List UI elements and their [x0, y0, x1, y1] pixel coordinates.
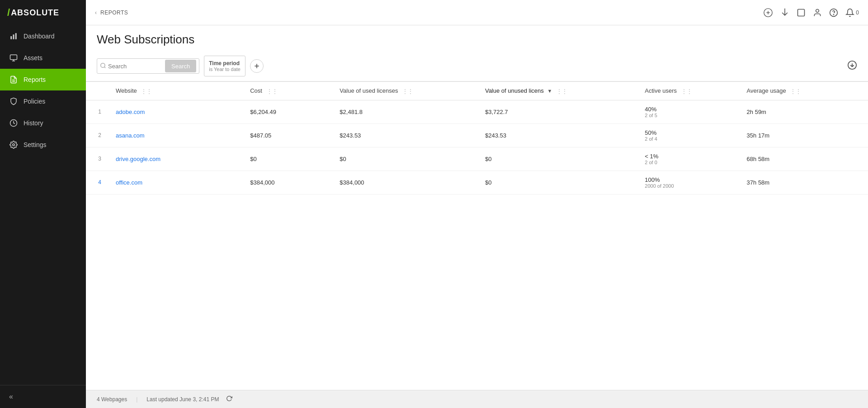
col-header-avg[interactable]: Average usage ⋮⋮: [740, 82, 854, 100]
notification-count: 0: [856, 9, 859, 16]
sidebar-item-reports[interactable]: Reports: [0, 69, 86, 90]
logo-slash-icon: /: [7, 7, 10, 19]
sidebar-item-settings[interactable]: Settings: [0, 134, 86, 156]
table-area: Website ⋮⋮ Cost ⋮⋮ Value of used license…: [86, 81, 868, 390]
import-export-icon[interactable]: [780, 8, 789, 17]
row-unused-2: $0: [478, 147, 637, 171]
breadcrumb-arrow-icon: ‹: [95, 9, 97, 16]
row-cost-2: $0: [243, 147, 332, 171]
col-header-num: [86, 82, 108, 100]
add-icon[interactable]: [763, 8, 773, 18]
help-icon[interactable]: [829, 8, 838, 17]
row-unused-1: $243.53: [478, 123, 637, 147]
row-used-1: $243.53: [332, 123, 478, 147]
svg-rect-2: [15, 33, 17, 39]
search-icon: [100, 62, 106, 70]
table-row: 4 office.com $384,000 $384,000 $0 100% 2…: [86, 171, 868, 194]
time-period-button[interactable]: Time period is Year to date: [204, 56, 245, 76]
row-website-1: asana.com: [108, 123, 243, 147]
collapse-button[interactable]: «: [9, 393, 77, 401]
website-link-1[interactable]: asana.com: [116, 132, 145, 139]
shield-icon: [9, 97, 18, 106]
svg-rect-15: [798, 9, 805, 16]
sidebar-label-assets: Assets: [24, 54, 42, 62]
save-layout-icon[interactable]: [797, 8, 806, 17]
time-period-value: is Year to date: [209, 66, 241, 72]
page-header: Web Subscriptions: [86, 25, 868, 52]
unused-col-menu[interactable]: ⋮⋮: [557, 88, 567, 95]
svg-point-16: [816, 9, 819, 12]
row-cost-0: $6,204.49: [243, 100, 332, 123]
sidebar-item-dashboard[interactable]: Dashboard: [0, 25, 86, 47]
row-cost-3: $384,000: [243, 171, 332, 194]
row-unused-3: $0: [478, 171, 637, 194]
svg-rect-0: [10, 36, 12, 39]
table-row: 1 adobe.com $6,204.49 $2,481.8 $3,722.7 …: [86, 100, 868, 123]
table-header-row: Website ⋮⋮ Cost ⋮⋮ Value of used license…: [86, 82, 868, 100]
row-website-2: drive.google.com: [108, 147, 243, 171]
user-icon[interactable]: [813, 8, 822, 17]
sort-desc-icon: ▼: [547, 88, 552, 94]
avg-col-menu[interactable]: ⋮⋮: [790, 88, 801, 95]
sidebar-item-history[interactable]: History: [0, 112, 86, 134]
topbar: ‹ REPORTS 0: [86, 0, 868, 25]
topbar-actions: 0: [763, 8, 859, 18]
website-link-3[interactable]: office.com: [116, 179, 142, 186]
add-filter-button[interactable]: [250, 59, 264, 73]
sidebar: / ABSOLUTE Dashboard Assets Reports Poli…: [0, 0, 86, 408]
row-number-2: 3: [86, 147, 108, 171]
sidebar-collapse: «: [0, 385, 86, 408]
row-active-3: 100% 2000 of 2000: [637, 171, 739, 194]
gear-icon: [9, 140, 18, 149]
cost-col-menu[interactable]: ⋮⋮: [267, 88, 278, 95]
refresh-icon[interactable]: [226, 395, 232, 403]
row-active-2: < 1% 2 of 0: [637, 147, 739, 171]
sidebar-label-settings: Settings: [24, 141, 47, 148]
active-col-menu[interactable]: ⋮⋮: [681, 88, 692, 95]
bar-chart-icon: [9, 32, 18, 41]
sidebar-label-dashboard: Dashboard: [24, 33, 55, 40]
col-header-active[interactable]: Active users ⋮⋮: [637, 82, 739, 100]
search-input[interactable]: [108, 63, 162, 70]
website-link-0[interactable]: adobe.com: [116, 109, 145, 115]
main-content: ‹ REPORTS 0: [86, 0, 868, 408]
sidebar-label-policies: Policies: [24, 98, 45, 105]
sidebar-item-assets[interactable]: Assets: [0, 47, 86, 69]
notification-badge[interactable]: 0: [845, 8, 859, 17]
col-header-website[interactable]: Website ⋮⋮: [108, 82, 243, 100]
svg-rect-3: [10, 55, 17, 60]
export-button[interactable]: [847, 60, 857, 72]
col-header-unused[interactable]: Value of unused licens ▼ ⋮⋮: [478, 82, 637, 100]
row-number-3[interactable]: 4: [86, 171, 108, 194]
monitor-icon: [9, 53, 18, 62]
file-icon: [9, 75, 18, 84]
col-header-used[interactable]: Value of used licenses ⋮⋮: [332, 82, 478, 100]
used-col-menu[interactable]: ⋮⋮: [402, 88, 413, 95]
time-period-label: Time period: [209, 60, 241, 66]
footer-count: 4 Webpages: [97, 396, 127, 403]
row-active-1: 50% 2 of 4: [637, 123, 739, 147]
page-title: Web Subscriptions: [97, 33, 857, 47]
col-header-cost[interactable]: Cost ⋮⋮: [243, 82, 332, 100]
row-avg-2: 68h 58m: [740, 147, 854, 171]
search-button[interactable]: Search: [165, 60, 196, 72]
table-row: 3 drive.google.com $0 $0 $0 < 1% 2 of 0 …: [86, 147, 868, 171]
row-number-0: 1: [86, 100, 108, 123]
row-avg-0: 2h 59m: [740, 100, 854, 123]
website-link-2[interactable]: drive.google.com: [116, 156, 160, 162]
footer-updated: Last updated June 3, 2:41 PM: [146, 396, 219, 403]
website-col-menu[interactable]: ⋮⋮: [141, 88, 152, 95]
table-body: 1 adobe.com $6,204.49 $2,481.8 $3,722.7 …: [86, 100, 868, 194]
row-avg-1: 35h 17m: [740, 123, 854, 147]
sidebar-item-policies[interactable]: Policies: [0, 90, 86, 112]
footer: 4 Webpages | Last updated June 3, 2:41 P…: [86, 390, 868, 408]
content-area: Web Subscriptions Search Time period is …: [86, 25, 868, 408]
row-number-1: 2: [86, 123, 108, 147]
table-row: 2 asana.com $487.05 $243.53 $243.53 50% …: [86, 123, 868, 147]
clock-icon: [9, 119, 18, 128]
svg-rect-1: [13, 34, 14, 39]
row-cost-1: $487.05: [243, 123, 332, 147]
row-website-3: office.com: [108, 171, 243, 194]
subscriptions-table: Website ⋮⋮ Cost ⋮⋮ Value of used license…: [86, 81, 868, 195]
svg-point-9: [13, 144, 15, 146]
